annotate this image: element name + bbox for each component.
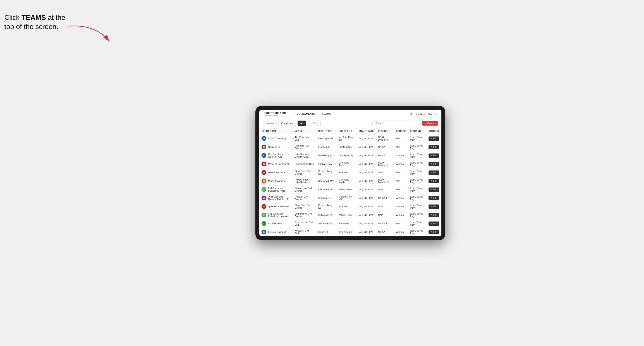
cell-venue-3: Faribault Golf Club xyxy=(292,160,316,168)
edit-btn-5[interactable]: Edit xyxy=(428,179,439,183)
nav-signout[interactable]: Sign out xyxy=(428,113,437,115)
cell-event-6: F Fall Statesmen Invitational - Men xyxy=(259,185,292,194)
cell-division-6: NAIA xyxy=(376,185,394,194)
edit-btn-10[interactable]: Edit xyxy=(428,221,439,226)
cell-city-2: Galesburg, IL xyxy=(316,151,336,160)
cell-hosted-6: William Penn xyxy=(336,185,357,194)
filter-icon-btn[interactable]: ≡ Filter xyxy=(308,121,321,126)
cell-division-11: NICAA I xyxy=(376,228,394,236)
nav-bar: SCOREBOARD Powered by clippit TOURNAMENT… xyxy=(259,110,442,118)
col-header-city: CITY, STATE xyxy=(316,128,336,134)
tournaments-table-container: EVENT NAME VENUE CITY, STATE HOSTED BY S… xyxy=(259,128,442,236)
cell-venue-10: Cypress Hills Golf Club xyxy=(292,219,316,228)
cell-event-8: U upike fall invitational xyxy=(259,202,292,211)
cell-city-6: Oskaloosa, IA xyxy=(316,185,336,194)
cell-hosted-7: Murray State (OK) xyxy=(336,194,357,202)
edit-btn-2[interactable]: Edit xyxy=(428,154,439,158)
cell-date-10: Aug 28, 2023 xyxy=(357,219,376,228)
cell-actions-1: Edit xyxy=(426,143,442,151)
tab-teams[interactable]: TEAMS xyxy=(318,110,334,118)
tab-tournaments[interactable]: TOURNAMENTS xyxy=(292,110,318,118)
table-row: F Fall Statesmen Invitational - Men Edmu… xyxy=(259,185,442,194)
all-filter-btn[interactable]: All xyxy=(298,121,306,126)
table-row: U UPIKE Fall Invite StoneCrest Golf Cour… xyxy=(259,168,442,177)
cell-venue-4: StoneCrest Golf Course xyxy=(292,168,316,177)
cell-hosted-2: Carl Sandburg xyxy=(336,151,357,160)
create-btn[interactable]: + Create xyxy=(422,121,438,126)
edit-btn-4[interactable]: Edit xyxy=(428,171,439,175)
cell-scoring-6: team, Stroke Play xyxy=(408,185,426,194)
cell-event-3: M Maverick Invitational xyxy=(259,160,292,168)
edit-btn-9[interactable]: Edit xyxy=(428,213,439,217)
cell-gender-11: Women xyxy=(394,228,408,236)
instruction-bold: TEAMS xyxy=(22,13,46,21)
tournaments-table: EVENT NAME VENUE CITY, STATE HOSTED BY S… xyxy=(259,128,442,236)
cell-gender-1: Men xyxy=(394,143,408,151)
cell-date-2: Aug 26, 2023 xyxy=(357,151,376,160)
team-logo-11: K xyxy=(262,230,266,234)
cell-actions-6: Edit xyxy=(426,185,442,194)
edit-btn-3[interactable]: Edit xyxy=(428,162,439,166)
team-logo-3: M xyxy=(262,162,266,166)
cell-date-1: Aug 25, 2023 xyxy=(357,143,376,151)
team-logo-7: W xyxy=(262,195,266,200)
cell-event-4: U UPIKE Fall Invite xyxy=(259,168,292,177)
cell-city-11: Marion, IL xyxy=(316,228,336,236)
table-row: M Morris Invitational Ruttger's Bay Lake… xyxy=(259,177,442,185)
edit-btn-11[interactable]: Edit xyxy=(428,230,439,234)
cell-gender-8: Women xyxy=(394,202,408,211)
hosting-filter-btn[interactable]: Hosting xyxy=(263,121,276,126)
logo-sub: Powered by clippit xyxy=(264,115,286,117)
cell-city-8: Prestonsburg, KY xyxy=(316,202,336,211)
cell-date-11: Aug 28, 2023 xyxy=(357,228,376,236)
table-row: W 2023 Women's Hesston Fall Kickoff Hess… xyxy=(259,194,442,202)
team-logo-1: H xyxy=(262,145,266,149)
cell-date-8: Aug 28, 2023 xyxy=(357,202,376,211)
table-row: M Maverick Invitational Faribault Golf C… xyxy=(259,160,442,168)
table-row: M MSMC Qualifying 1 The Powelton Club Ne… xyxy=(259,134,442,143)
cell-event-2: C Carl Sandburg Women FA23 xyxy=(259,151,292,160)
col-header-start: START DATE xyxy=(357,128,376,134)
cell-gender-3: Women xyxy=(394,160,408,168)
edit-btn-0[interactable]: Edit xyxy=(428,137,439,141)
edit-btn-7[interactable]: Edit xyxy=(428,196,439,200)
cell-scoring-8: team, Stroke Play xyxy=(408,202,426,211)
settings-icon[interactable]: ⚙ xyxy=(409,112,413,116)
competing-filter-btn[interactable]: Competing xyxy=(278,121,296,126)
cell-city-7: Hesston, KS xyxy=(316,194,336,202)
cell-hosted-5: Minnesota-Morris xyxy=(336,177,357,185)
toolbar: Hosting Competing All ≡ Filter + Create xyxy=(259,118,442,128)
col-header-scoring: SCORING xyxy=(408,128,426,134)
cell-division-5: NCAA Division III xyxy=(376,177,394,185)
cell-division-2: NICAA I xyxy=(376,151,394,160)
cell-actions-3: Edit xyxy=(426,160,442,168)
cell-scoring-5: team, Stroke Play xyxy=(408,177,426,185)
cell-gender-7: Women xyxy=(394,194,408,202)
cell-division-4: NAIA xyxy=(376,168,394,177)
cell-division-1: NICAA I xyxy=(376,143,394,151)
cell-division-9: NAIA xyxy=(376,211,394,219)
col-header-division: DIVISION xyxy=(376,128,394,134)
cell-gender-10: Men xyxy=(394,219,408,228)
cell-scoring-2: team, Stroke Play xyxy=(408,151,426,160)
cell-actions-8: Edit xyxy=(426,202,442,211)
cell-venue-8: StoneCrest Golf Course xyxy=(292,202,316,211)
cell-hosted-4: Pikeville xyxy=(336,168,357,177)
edit-btn-1[interactable]: Edit xyxy=(428,145,439,149)
cell-scoring-10: team, Stroke Play xyxy=(408,219,426,228)
cell-division-10: NICAA II xyxy=(376,219,394,228)
col-header-hosted: HOSTED BY xyxy=(336,128,357,134)
cell-city-9: Oskaloosa, IA xyxy=(316,211,336,219)
edit-btn-8[interactable]: Edit xyxy=(428,204,439,209)
cell-actions-7: Edit xyxy=(426,194,442,202)
team-logo-4: U xyxy=(262,170,266,175)
edit-btn-6[interactable]: Edit xyxy=(428,187,439,192)
search-input[interactable] xyxy=(372,121,420,126)
cell-event-0: M MSMC Qualifying 1 xyxy=(259,134,292,143)
cell-division-0: NCAA Division III xyxy=(376,134,394,143)
cell-event-7: W 2023 Women's Hesston Fall Kickoff xyxy=(259,194,292,202)
cell-date-7: Aug 28, 2023 xyxy=(357,194,376,202)
table-row: U upike fall invitational StoneCrest Gol… xyxy=(259,202,442,211)
cell-division-7: NICAA II xyxy=(376,194,394,202)
team-logo-9: F xyxy=(262,213,266,217)
